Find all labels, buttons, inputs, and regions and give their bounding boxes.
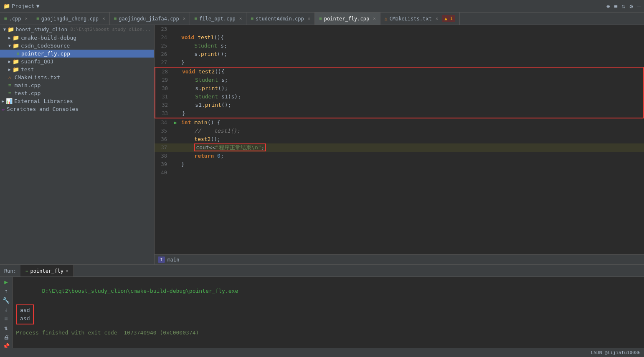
line-content-23 xyxy=(180,25,644,33)
run-down-button[interactable]: ↓ xyxy=(2,306,11,313)
sidebar-label-ext-libraries: External Libraries xyxy=(14,98,73,104)
gutter-25 xyxy=(171,42,180,50)
line-content-32: s1.print(); xyxy=(180,101,643,109)
run-line-path: D:\E\qt2\boost_study_clion\cmake-build-d… xyxy=(16,279,641,304)
tab-cpp1-icon: ≡ xyxy=(4,16,7,21)
gutter-36 xyxy=(171,135,180,143)
line-content-25: Student s; xyxy=(180,42,644,50)
tab-gaojingdu-jiafa4[interactable]: ≡ gaojingdu_jiafa4.cpp × xyxy=(110,13,190,25)
run-wrench-button[interactable]: 🔧 xyxy=(2,297,11,304)
gutter-23 xyxy=(171,25,180,33)
sidebar-item-scratches[interactable]: ✏ Scratches and Consoles xyxy=(0,105,154,113)
project-title[interactable]: 📁 Project ▼ xyxy=(3,3,40,9)
code-line-25: 25 Student s; xyxy=(155,42,644,50)
run-output: D:\E\qt2\boost_study_clion\cmake-build-d… xyxy=(13,277,644,348)
settings-icon[interactable]: ⚙ xyxy=(629,3,633,10)
line-content-31: Student s1(s); xyxy=(180,93,643,101)
tab-sa-close[interactable]: × xyxy=(308,16,311,21)
sidebar-item-test-cpp[interactable]: ≡ test.cpp xyxy=(0,89,154,97)
status-text: CSDN @lijiatu10086 xyxy=(591,350,641,355)
project-dropdown-icon[interactable]: ▼ xyxy=(36,3,40,9)
tab-student-admin[interactable]: ≡ studentAdmin.cpp × xyxy=(246,13,315,25)
run-arrow-icon[interactable]: ▶ xyxy=(174,120,177,126)
run-play-button[interactable]: ▶ xyxy=(2,279,11,285)
run-print-button[interactable]: 🖨 xyxy=(2,334,11,340)
tab-file-opt[interactable]: ≡ file_opt.cpp × xyxy=(190,13,246,25)
tab-gc-close[interactable]: × xyxy=(102,16,105,21)
code-line-28: 28 void test2(){ xyxy=(155,68,643,76)
run-output-line-1: asd xyxy=(20,306,30,314)
tab-gaojingdu-cheng[interactable]: ≡ gaojingdu_cheng.cpp × xyxy=(32,13,110,25)
sidebar-item-cmakelists[interactable]: △ CMakeLists.txt xyxy=(0,73,154,81)
sidebar: ▼ 📁 boost_study_clion D:\E\qt2\boost_stu… xyxy=(0,25,155,264)
line-num-30: 30 xyxy=(155,84,172,93)
line-num-26: 26 xyxy=(155,50,171,58)
tab-cmake-close[interactable]: × xyxy=(436,16,439,21)
globe-icon[interactable]: ⊕ xyxy=(606,3,610,10)
folder-icon-csdn: 📁 xyxy=(13,43,19,49)
code-lines: 23 24 void test1(){ 25 Student s; xyxy=(155,25,644,177)
bottom-panel: Run: ≡ pointer_fly × ▶ ↑ 🔧 ↓ ≡ ⇅ 🖨 📌 🗑 D… xyxy=(0,264,644,348)
sidebar-item-main-cpp[interactable]: ≡ main.cpp xyxy=(0,81,154,89)
run-tab-close[interactable]: × xyxy=(66,268,68,274)
structure-icon[interactable]: ≡ xyxy=(614,3,617,10)
tab-fo-icon: ≡ xyxy=(194,16,197,21)
gutter-40 xyxy=(171,168,180,177)
breadcrumb-bar: f main xyxy=(155,254,644,264)
breadcrumb-func-icon: f xyxy=(158,256,165,263)
line-content-37: cout<<"程序正常结束\n"; xyxy=(180,143,644,152)
code-editor[interactable]: 23 24 void test1(){ 25 Student s; xyxy=(155,25,644,254)
tab-cmake-icon: △ xyxy=(385,16,388,21)
tab-cpp1-close[interactable]: × xyxy=(25,16,28,21)
tab-pointer-fly[interactable]: ≡ pointer_fly.cpp × xyxy=(315,13,380,25)
expand-arrow-ext: ▶ xyxy=(2,99,4,103)
minimize-icon[interactable]: — xyxy=(637,3,641,10)
tab-gc-label: gaojingdu_cheng.cpp xyxy=(41,16,99,22)
line-content-30: s.print(); xyxy=(180,84,643,93)
tab-bar: ≡ .cpp × ≡ gaojingdu_cheng.cpp × ≡ gaoji… xyxy=(0,13,644,25)
run-tab-pointer-fly[interactable]: ≡ pointer_fly × xyxy=(20,265,74,277)
sidebar-label-csdn: csdn_CodeSource xyxy=(21,43,70,49)
sidebar-label-boost: boost_study_clion xyxy=(16,27,67,33)
tab-gj-close[interactable]: × xyxy=(183,16,186,21)
diff-icon[interactable]: ⇅ xyxy=(622,3,625,10)
gutter-39 xyxy=(171,160,180,168)
tab-gc-icon: ≡ xyxy=(36,16,39,21)
folder-icon-cmake-debug: 📁 xyxy=(13,35,19,41)
tab-fo-close[interactable]: × xyxy=(239,16,242,21)
gutter-24 xyxy=(171,33,180,42)
line-num-35: 35 xyxy=(155,127,171,135)
line-content-29: Student s; xyxy=(180,76,643,84)
sidebar-label-cmakelists: CMakeLists.txt xyxy=(15,74,61,80)
sidebar-item-test-folder[interactable]: ▶ 📁 test xyxy=(0,65,154,73)
sidebar-item-cmake-build-debug[interactable]: ▶ 📁 cmake-build-debug xyxy=(0,34,154,42)
line-content-24: void test1(){ xyxy=(180,33,644,42)
scratches-icon: ✏ xyxy=(2,106,5,112)
sidebar-path-boost: D:\E\qt2\boost_study_clion... xyxy=(71,27,151,32)
project-label: Project xyxy=(12,3,35,9)
sidebar-item-suanfa-qoj[interactable]: ▶ 📁 suanfa_QOJ xyxy=(0,58,154,65)
run-panel: ▶ ↑ 🔧 ↓ ≡ ⇅ 🖨 📌 🗑 D:\E\qt2\boost_study_c… xyxy=(0,277,644,348)
tab-pf-icon: ≡ xyxy=(319,16,322,21)
run-sort-button[interactable]: ⇅ xyxy=(2,324,11,331)
line-num-34: 34 xyxy=(155,118,171,127)
tab-pf-close[interactable]: × xyxy=(373,16,376,21)
sidebar-item-csdn-codesource[interactable]: ▼ 📁 csdn_CodeSource xyxy=(0,42,154,50)
tab-fo-label: file_opt.cpp xyxy=(199,16,236,22)
tab-cpp1[interactable]: ≡ .cpp × xyxy=(0,13,32,25)
gutter-26 xyxy=(171,50,180,58)
sidebar-item-external-libraries[interactable]: ▶ 📊 External Libraries xyxy=(0,97,154,105)
run-up-button[interactable]: ↑ xyxy=(2,288,11,294)
sidebar-label-scratches: Scratches and Consoles xyxy=(7,106,79,112)
run-pin-button[interactable]: 📌 xyxy=(2,343,11,348)
sidebar-item-pointer-fly[interactable]: ≡ pointer_fly.cpp xyxy=(0,50,154,58)
code-line-34: 34 ▶ int main() { xyxy=(155,118,644,127)
line-content-28: void test2(){ xyxy=(180,68,643,76)
sidebar-item-boost-study-clion[interactable]: ▼ 📁 boost_study_clion D:\E\qt2\boost_stu… xyxy=(0,25,154,34)
code-line-37: 37 cout<<"程序正常结束\n"; xyxy=(155,143,644,152)
expand-arrow-csdn: ▼ xyxy=(8,43,11,48)
line-num-39: 39 xyxy=(155,160,171,168)
code-line-32: 32 s1.print(); xyxy=(155,101,643,109)
run-lines-button[interactable]: ≡ xyxy=(2,315,11,322)
tab-cmake[interactable]: △ CMakeLists.txt × ▲ 1 xyxy=(380,13,460,25)
